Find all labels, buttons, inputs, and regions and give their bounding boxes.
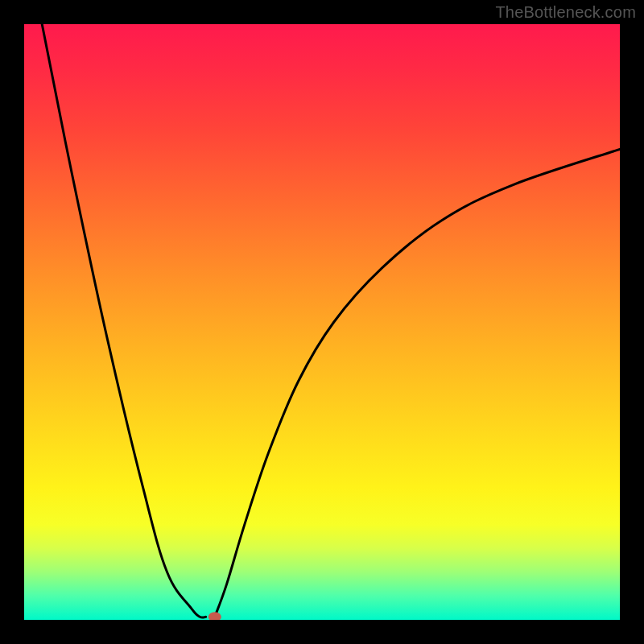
curve-right-segment <box>215 149 620 617</box>
watermark-text: TheBottleneck.com <box>495 3 636 22</box>
plot-area <box>24 24 620 620</box>
curve-left-segment <box>42 24 206 617</box>
chart-frame: TheBottleneck.com <box>0 0 644 644</box>
minimum-marker <box>208 612 221 620</box>
chart-svg <box>24 24 620 620</box>
